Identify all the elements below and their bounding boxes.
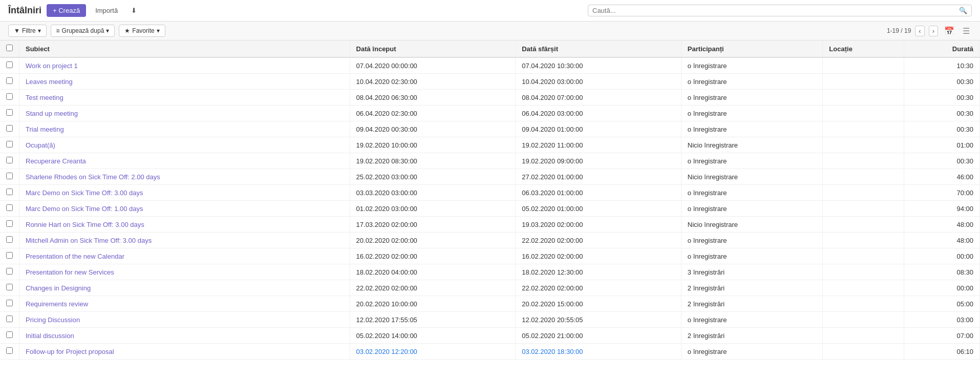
row-duration: 00:00: [904, 280, 979, 296]
row-duration: 08:30: [904, 264, 979, 280]
row-participants: o înregistrare: [681, 248, 823, 264]
row-start-date: 01.02.2020 03:00:00: [350, 201, 516, 217]
row-checkbox[interactable]: [6, 204, 13, 211]
prev-page-button[interactable]: ‹: [915, 26, 924, 36]
page-title: Întâlniri: [8, 5, 41, 16]
row-participants: o înregistrare: [681, 185, 823, 201]
row-participants: o înregistrare: [681, 201, 823, 217]
favorites-button[interactable]: ★ Favorite ▾: [119, 25, 165, 37]
select-all-checkbox[interactable]: [6, 45, 13, 51]
row-checkbox[interactable]: [6, 347, 13, 354]
row-checkbox[interactable]: [6, 236, 13, 243]
download-button[interactable]: ⬇: [127, 5, 141, 16]
row-subject[interactable]: Presentation for new Services: [19, 264, 350, 280]
row-subject[interactable]: Trial meeting: [19, 121, 350, 137]
table-row: Marc Demo on Sick Time Off: 3.00 days03.…: [0, 185, 980, 201]
meetings-table: Subiect Dată început Dată sfârșit Partic…: [0, 40, 980, 360]
filters-button[interactable]: ▼ Filtre ▾: [8, 25, 47, 37]
row-participants: 2 înregistrări: [681, 296, 823, 312]
row-checkbox[interactable]: [6, 331, 13, 338]
row-end-date: 09.04.2020 01:00:00: [516, 121, 681, 137]
row-checkbox[interactable]: [6, 125, 13, 132]
row-end-date: 27.02.2020 01:00:00: [516, 169, 681, 185]
top-bar-right: 🔍: [588, 5, 972, 16]
row-start-date: 19.02.2020 10:00:00: [350, 137, 516, 153]
row-subject[interactable]: Follow-up for Project proposal: [19, 344, 350, 360]
row-checkbox[interactable]: [6, 220, 13, 227]
group-by-chevron-icon: ▾: [106, 27, 109, 34]
row-subject[interactable]: Recuperare Creanta: [19, 153, 350, 169]
row-participants: o înregistrare: [681, 74, 823, 90]
row-location: [823, 57, 904, 74]
row-end-date: 22.02.2020 02:00:00: [516, 280, 681, 296]
calendar-view-button[interactable]: 📅: [942, 25, 956, 37]
row-subject[interactable]: Work on project 1: [19, 57, 350, 74]
row-participants: 2 înregistrări: [681, 280, 823, 296]
row-subject[interactable]: Changes in Designing: [19, 280, 350, 296]
list-view-button[interactable]: ☰: [961, 25, 972, 37]
row-participants: o înregistrare: [681, 312, 823, 328]
row-start-date: 03.03.2020 03:00:00: [350, 185, 516, 201]
next-page-button[interactable]: ›: [929, 26, 938, 36]
row-duration: 07:00: [904, 328, 979, 344]
row-checkbox-cell: [0, 137, 19, 153]
row-checkbox-cell: [0, 312, 19, 328]
row-subject[interactable]: Pricing Discussion: [19, 312, 350, 328]
row-participants: o înregistrare: [681, 121, 823, 137]
col-header-location: Locație: [823, 40, 904, 57]
row-checkbox[interactable]: [6, 188, 13, 195]
col-header-duration: Durată: [904, 40, 979, 57]
row-end-date: 19.03.2020 02:00:00: [516, 217, 681, 233]
row-location: [823, 169, 904, 185]
row-checkbox[interactable]: [6, 157, 13, 163]
group-by-button[interactable]: ≡ Grupează după ▾: [51, 25, 115, 37]
row-location: [823, 137, 904, 153]
row-subject[interactable]: Ocupat(ă): [19, 137, 350, 153]
row-subject[interactable]: Marc Demo on Sick Time Off: 3.00 days: [19, 185, 350, 201]
row-checkbox[interactable]: [6, 61, 13, 68]
row-subject[interactable]: Sharlene Rhodes on Sick Time Off: 2.00 d…: [19, 169, 350, 185]
search-input[interactable]: [592, 7, 959, 14]
row-participants: o înregistrare: [681, 90, 823, 106]
row-checkbox[interactable]: [6, 109, 13, 116]
row-checkbox-cell: [0, 248, 19, 264]
create-button[interactable]: + Crează: [47, 4, 86, 17]
row-checkbox[interactable]: [6, 316, 13, 322]
row-subject[interactable]: Test meeting: [19, 90, 350, 106]
row-checkbox[interactable]: [6, 252, 13, 259]
row-checkbox[interactable]: [6, 284, 13, 290]
row-location: [823, 264, 904, 280]
table-row: Sharlene Rhodes on Sick Time Off: 2.00 d…: [0, 169, 980, 185]
table-row: Ocupat(ă)19.02.2020 10:00:0019.02.2020 1…: [0, 137, 980, 153]
row-duration: 03:00: [904, 312, 979, 328]
top-bar: Întâlniri + Crează Importă ⬇ 🔍: [0, 0, 980, 22]
row-subject[interactable]: Mitchell Admin on Sick Time Off: 3.00 da…: [19, 233, 350, 248]
table-row: Recuperare Creanta19.02.2020 08:30:0019.…: [0, 153, 980, 169]
table-container: Subiect Dată început Dată sfârșit Partic…: [0, 40, 980, 360]
row-participants: Nicio înregistrare: [681, 137, 823, 153]
row-checkbox-cell: [0, 185, 19, 201]
row-checkbox[interactable]: [6, 173, 13, 179]
row-subject[interactable]: Presentation of the new Calendar: [19, 248, 350, 264]
row-start-date: 18.02.2020 04:00:00: [350, 264, 516, 280]
row-subject[interactable]: Requirements review: [19, 296, 350, 312]
row-checkbox[interactable]: [6, 300, 13, 306]
row-start-date: 09.04.2020 00:30:00: [350, 121, 516, 137]
row-subject[interactable]: Stand up meeting: [19, 106, 350, 121]
favorites-chevron-icon: ▾: [157, 27, 160, 34]
row-location: [823, 296, 904, 312]
import-button[interactable]: Importă: [91, 5, 122, 16]
row-checkbox-cell: [0, 217, 19, 233]
table-row: Stand up meeting06.04.2020 02:30:0006.04…: [0, 106, 980, 121]
row-subject[interactable]: Initial discussion: [19, 328, 350, 344]
search-icon[interactable]: 🔍: [959, 7, 967, 14]
row-checkbox[interactable]: [6, 93, 13, 100]
row-subject[interactable]: Leaves meeting: [19, 74, 350, 90]
row-checkbox[interactable]: [6, 268, 13, 275]
row-location: [823, 201, 904, 217]
row-subject[interactable]: Ronnie Hart on Sick Time Off: 3.00 days: [19, 217, 350, 233]
col-header-subject: Subiect: [19, 40, 350, 57]
row-subject[interactable]: Marc Demo on Sick Time Off: 1.00 days: [19, 201, 350, 217]
row-checkbox[interactable]: [6, 141, 13, 148]
row-checkbox[interactable]: [6, 77, 13, 84]
